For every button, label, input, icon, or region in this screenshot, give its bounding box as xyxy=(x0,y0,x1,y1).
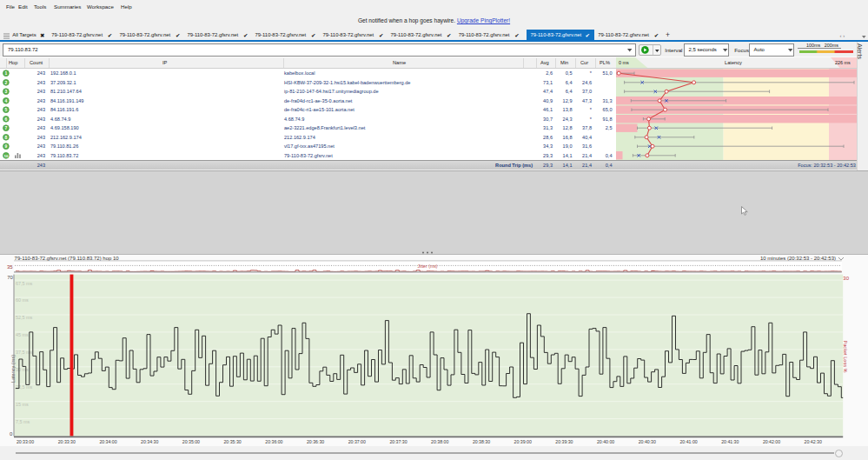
svg-text:3: 3 xyxy=(5,89,8,94)
svg-text:22,5 ms: 22,5 ms xyxy=(16,384,32,390)
svg-text:37,5 ms: 37,5 ms xyxy=(16,350,32,355)
svg-text:45 ms: 45 ms xyxy=(16,332,29,337)
svg-text:70: 70 xyxy=(7,275,13,280)
svg-text:Jitter (ms): Jitter (ms) xyxy=(417,263,437,269)
svg-text:9: 9 xyxy=(5,143,8,149)
svg-text:8: 8 xyxy=(5,135,8,140)
svg-text:30: 30 xyxy=(843,276,849,281)
svg-text:7,5 ms: 7,5 ms xyxy=(16,419,30,424)
svg-text:10: 10 xyxy=(3,154,8,158)
svg-text:4: 4 xyxy=(5,98,8,103)
svg-text:2: 2 xyxy=(5,80,8,85)
svg-text:0: 0 xyxy=(10,431,13,437)
svg-text:6: 6 xyxy=(5,117,8,122)
svg-text:Latency (ms): Latency (ms) xyxy=(10,355,16,383)
svg-text:67,5 ms: 67,5 ms xyxy=(16,281,32,286)
svg-text:35: 35 xyxy=(7,264,13,270)
svg-text:7: 7 xyxy=(5,125,8,130)
svg-text:30 ms: 30 ms xyxy=(16,367,29,372)
svg-text:Packet Loss %: Packet Loss % xyxy=(843,341,848,373)
svg-text:15 ms: 15 ms xyxy=(16,402,29,407)
svg-text:52,5 ms: 52,5 ms xyxy=(16,315,32,320)
svg-text:60 ms: 60 ms xyxy=(16,297,29,303)
svg-text:1: 1 xyxy=(5,70,8,76)
svg-text:5: 5 xyxy=(5,107,8,112)
